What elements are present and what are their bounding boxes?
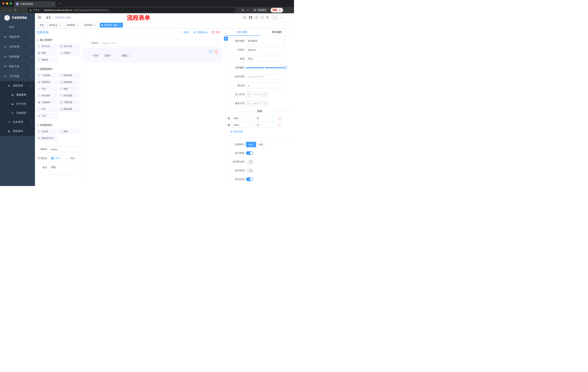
canvas-item-phone[interactable]: * 手机号: [83, 40, 221, 46]
component-chip-single-line-text[interactable]: ▭单行文本: [36, 43, 57, 49]
window-close-button[interactable]: [2, 2, 5, 5]
slider-track[interactable]: [246, 67, 285, 68]
back-icon[interactable]: ←: [1, 9, 7, 12]
tab-component-props[interactable]: 组件属性: [225, 29, 260, 36]
component-chip-password[interactable]: ▣密码: [36, 50, 57, 56]
sidebar-item-system-mgmt[interactable]: ⚙ 系统管理: [0, 32, 35, 42]
option-label-input[interactable]: [231, 116, 253, 121]
component-chip-color-picker[interactable]: ◍颜色选择: [58, 106, 79, 112]
stepper-value[interactable]: 最多可选: [251, 101, 263, 106]
copy-component-button[interactable]: [209, 50, 213, 53]
window-zoom-button[interactable]: [10, 2, 12, 5]
checkbox-option-1[interactable]: 选项一: [100, 54, 112, 57]
sidebar-toggle-icon[interactable]: [38, 16, 41, 19]
sidebar-item-task-mgmt[interactable]: ⌥ 任务管理: [0, 117, 35, 127]
search-icon[interactable]: [243, 16, 246, 19]
style-button-button[interactable]: 按钮: [256, 142, 266, 147]
tag-process-model[interactable]: 流程模型 ×: [65, 23, 80, 28]
tag-close-icon[interactable]: ×: [76, 24, 79, 26]
slider-knob[interactable]: [284, 66, 287, 69]
field-link-button[interactable]: [224, 37, 228, 41]
tag-home[interactable]: 首页: [38, 23, 45, 28]
component-chip-checkbox-group[interactable]: ☑多选框组: [58, 79, 79, 85]
fullscreen-icon[interactable]: [261, 16, 264, 19]
option-value-input[interactable]: [255, 122, 276, 128]
component-chip-table-dev[interactable]: ⊞表格[开发中]: [36, 135, 57, 141]
stepper-decrease-button[interactable]: −: [246, 92, 251, 97]
status-radio-on[interactable]: 开启: [49, 155, 62, 161]
sidebar-item-infrastructure[interactable]: ⊞ 基础设施: [0, 52, 35, 62]
sidebar-item-process-form[interactable]: ▤ 流程表单: [0, 90, 35, 99]
sidebar-item-user-group[interactable]: ☻ 用户分组: [0, 99, 35, 108]
checkbox-icon[interactable]: [100, 54, 103, 57]
sidebar-item-leave-query[interactable]: ♟ 请假查询: [0, 127, 35, 136]
component-chip-counter[interactable]: 123计数器: [58, 50, 79, 56]
stepper-increase-button[interactable]: +: [263, 101, 268, 106]
avatar-caret-icon[interactable]: ▾: [281, 17, 282, 19]
component-chip-rate[interactable]: ☆评分: [36, 106, 57, 112]
component-chip-slider[interactable]: ⊷滑块: [58, 86, 79, 92]
stepper-decrease-button[interactable]: −: [246, 101, 251, 106]
add-option-button[interactable]: ⊕ 添加选项: [230, 130, 294, 133]
github-icon[interactable]: [249, 16, 252, 19]
browser-tab[interactable]: 芋道管理系统 ×: [14, 1, 56, 7]
component-chip-time-range[interactable]: ◴时间范围: [58, 93, 79, 98]
style-default-button[interactable]: 默认: [246, 142, 256, 147]
component-chip-select[interactable]: ⊙下拉选择: [36, 73, 57, 78]
reload-icon[interactable]: ↻: [13, 8, 18, 12]
component-chip-switch[interactable]: ◐开关: [36, 86, 57, 92]
drag-handle-icon[interactable]: [227, 124, 230, 126]
tag-close-icon[interactable]: ×: [59, 24, 61, 26]
disabled-toggle[interactable]: [246, 169, 253, 172]
delete-component-button[interactable]: [214, 50, 218, 53]
tag-close-icon[interactable]: ×: [94, 24, 96, 26]
canvas-item-gender-selected[interactable]: * 性别 选项一 选项二: [83, 47, 221, 63]
tag-process-definition[interactable]: 流程定义 ×: [47, 23, 63, 28]
component-chip-radio-group[interactable]: ◉单选框组: [36, 79, 57, 85]
min-select-stepper[interactable]: − 至少应选 +: [246, 92, 268, 97]
breadcrumb-home[interactable]: 首页: [46, 16, 51, 19]
option-value-input[interactable]: [255, 116, 276, 121]
checkbox-icon[interactable]: [118, 54, 120, 57]
field-name-input[interactable]: [246, 47, 285, 53]
avatar[interactable]: [272, 15, 279, 20]
title-input[interactable]: [246, 56, 285, 62]
component-chip-cascader[interactable]: ⌥级联选择: [58, 73, 79, 78]
drag-handle-icon[interactable]: [227, 117, 230, 120]
tag-process-form-edit[interactable]: 流程表单-编辑 ×: [100, 23, 123, 28]
form-grid-slider[interactable]: [246, 65, 285, 71]
sidebar-item-workflow[interactable]: ⊡ 工作流程: [0, 71, 35, 81]
password-key-icon[interactable]: [241, 9, 244, 12]
remove-option-button[interactable]: −: [278, 117, 281, 120]
font-size-icon[interactable]: TT: [266, 16, 269, 19]
sidebar-item-dev-tools[interactable]: ⚒ 研发工具: [0, 62, 35, 71]
view-json-button[interactable]: 查看json: [193, 31, 208, 34]
form-name-input[interactable]: [49, 146, 79, 152]
sidebar-item-process-mgmt[interactable]: ≣ 流程管理: [0, 81, 35, 90]
max-select-stepper[interactable]: − 最多可选 +: [246, 100, 268, 106]
component-chip-multi-line-text[interactable]: ▤多行文本: [58, 43, 79, 49]
browser-update-button[interactable]: 更新 ⋮: [271, 8, 283, 12]
show-label-toggle[interactable]: [246, 151, 253, 155]
forward-icon[interactable]: →: [7, 9, 13, 12]
required-toggle[interactable]: [246, 177, 253, 181]
stepper-value[interactable]: 至少应选: [251, 92, 263, 97]
tab-form-props[interactable]: 表单属性: [260, 29, 294, 36]
phone-input[interactable]: [100, 40, 219, 46]
component-chip-row-container[interactable]: ◫行容器: [36, 129, 57, 134]
sidebar-item-home[interactable]: ◔ 首页: [0, 22, 35, 32]
help-icon[interactable]: ?: [255, 16, 258, 19]
option-label-input[interactable]: [231, 122, 253, 128]
save-button[interactable]: ✓ 保存: [181, 31, 189, 34]
security-label[interactable]: 不安全: [33, 9, 40, 12]
bookmark-star-icon[interactable]: ☆: [247, 9, 249, 12]
sidebar-item-payment-mgmt[interactable]: ¥ 支付管理: [0, 42, 35, 52]
new-tab-button[interactable]: +: [58, 1, 62, 6]
clear-button[interactable]: 清空: [212, 31, 221, 34]
component-chip-editor[interactable]: ✎编辑器: [36, 57, 57, 63]
address-bar[interactable]: 不安全 dashboard.yudao.iocoder.cn/bpm/manag…: [27, 8, 236, 12]
browser-menu-icon[interactable]: ⋮: [279, 9, 281, 12]
status-radio-off[interactable]: 关闭: [66, 157, 74, 160]
remove-option-button[interactable]: −: [278, 123, 281, 127]
default-value-input[interactable]: [246, 83, 285, 88]
